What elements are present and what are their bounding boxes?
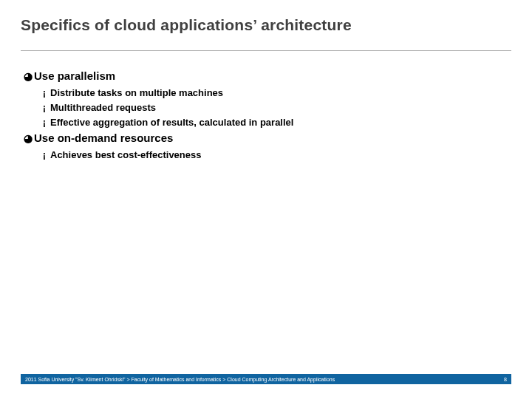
circle-bullet-icon: ¡ bbox=[38, 86, 50, 100]
list-item-label: Use parallelism bbox=[34, 69, 115, 83]
list-item: ¡ Distribute tasks on multiple machines bbox=[22, 86, 511, 100]
page-title: Specifics of cloud applications’ archite… bbox=[21, 16, 511, 34]
list-item-label: Use on-demand resources bbox=[34, 131, 173, 146]
circle-bullet-icon: ¡ bbox=[38, 101, 50, 115]
list-item: ◕ Use parallelism bbox=[22, 69, 511, 83]
circle-bullet-icon: ¡ bbox=[38, 149, 50, 162]
title-rule bbox=[21, 50, 511, 51]
list-item-label: Multithreaded requests bbox=[50, 101, 156, 115]
clock-bullet-icon: ◕ bbox=[22, 69, 34, 83]
footer-bar: 2011 Sofia University "Sv. Kliment Ohrid… bbox=[21, 374, 511, 384]
list-item: ¡ Effective aggregation of results, calc… bbox=[22, 116, 511, 129]
list-item: ◕ Use on-demand resources bbox=[22, 131, 511, 146]
footer-breadcrumb: 2011 Sofia University "Sv. Kliment Ohrid… bbox=[25, 377, 335, 382]
list-item: ¡ Multithreaded requests bbox=[22, 101, 511, 115]
list-item-label: Achieves best cost-effectiveness bbox=[50, 149, 201, 162]
list-item-label: Distribute tasks on multiple machines bbox=[50, 86, 223, 100]
list-item: ¡ Achieves best cost-effectiveness bbox=[22, 149, 511, 162]
content-body: ◕ Use parallelism ¡ Distribute tasks on … bbox=[21, 69, 511, 162]
clock-bullet-icon: ◕ bbox=[22, 131, 34, 146]
list-item-label: Effective aggregation of results, calcul… bbox=[50, 116, 293, 129]
page-number: 8 bbox=[504, 377, 507, 382]
circle-bullet-icon: ¡ bbox=[38, 116, 50, 129]
slide: Specifics of cloud applications’ archite… bbox=[0, 0, 532, 399]
